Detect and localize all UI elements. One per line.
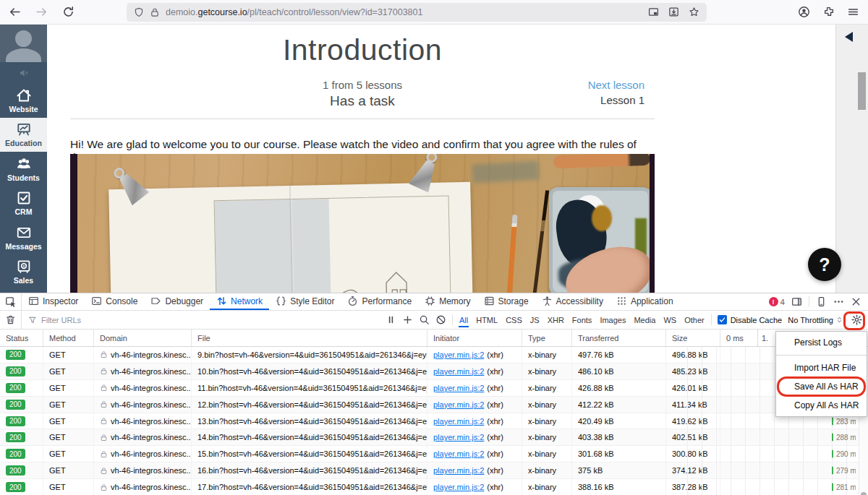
- initiator-link[interactable]: player.min.js:2: [433, 417, 484, 426]
- sidebar-item-label: Students: [7, 173, 40, 182]
- devtools-tab[interactable]: Debugger: [144, 293, 210, 310]
- filter-chip[interactable]: All: [459, 313, 469, 327]
- context-menu-item[interactable]: Save All As HAR: [776, 377, 867, 396]
- network-request-row[interactable]: 200 GET vh-46-integros.kinesc... 11.bin?…: [0, 380, 868, 397]
- network-request-row[interactable]: 200 GET vh-46-integros.kinesc... 16.bin?…: [0, 462, 868, 479]
- filter-chip[interactable]: Images: [599, 313, 626, 327]
- column-header-size[interactable]: Size: [666, 330, 720, 346]
- filter-chip[interactable]: Fonts: [571, 313, 593, 327]
- network-request-row[interactable]: 200 GET vh-46-integros.kinesc... 17.bin?…: [0, 479, 868, 495]
- initiator-link[interactable]: player.min.js:2: [433, 400, 484, 409]
- filter-chip[interactable]: HTML: [475, 313, 498, 327]
- forward-icon[interactable]: [35, 6, 48, 18]
- block-requests-icon[interactable]: [435, 314, 446, 325]
- devtools-tab-icon: [425, 296, 435, 306]
- reload-icon[interactable]: [62, 6, 75, 18]
- column-header-initiator[interactable]: Initiator: [427, 330, 522, 346]
- devtools-tab[interactable]: Console: [85, 293, 144, 310]
- picture-in-picture-icon[interactable]: [648, 7, 659, 17]
- column-header-method[interactable]: Method: [43, 330, 94, 346]
- table-rows: 200 GET vh-46-integros.kinesc... 9.bin?h…: [0, 347, 868, 495]
- sidebar-item[interactable]: CRM: [0, 186, 47, 221]
- devtools-tab[interactable]: Performance: [341, 293, 418, 310]
- network-request-row[interactable]: 200 GET vh-46-integros.kinesc... 12.bin?…: [0, 397, 868, 413]
- network-request-row[interactable]: 200 GET vh-46-integros.kinesc... 13.bin?…: [0, 413, 868, 430]
- context-menu-item[interactable]: Copy All As HAR: [776, 396, 867, 415]
- announcements-item[interactable]: [0, 62, 47, 83]
- back-icon[interactable]: [9, 6, 21, 18]
- dock-side-icon[interactable]: [791, 296, 802, 307]
- column-header-status[interactable]: Status: [0, 330, 43, 346]
- devtools-tab[interactable]: Inspector: [22, 293, 85, 310]
- url-bar[interactable]: demoio.getcourse.io/pl/teach/control/les…: [127, 3, 707, 22]
- next-lesson-link[interactable]: Next lesson: [588, 79, 644, 91]
- sidebar-item[interactable]: Students: [0, 152, 47, 186]
- devtools-tab[interactable]: Network: [210, 293, 269, 310]
- extensions-icon[interactable]: [822, 6, 835, 18]
- pause-icon[interactable]: [386, 314, 396, 325]
- devtools-tab[interactable]: Storage: [477, 293, 535, 310]
- devtools-tab[interactable]: Style Editor: [269, 293, 341, 310]
- throttling-dropdown[interactable]: No Throttling: [788, 316, 843, 324]
- account-icon[interactable]: [798, 6, 810, 18]
- waterfall-timing: 279 ms: [832, 467, 856, 475]
- devtools-tab[interactable]: Memory: [418, 293, 477, 310]
- devtools-tab[interactable]: Accessibility: [535, 293, 610, 310]
- initiator-link[interactable]: player.min.js:2: [433, 449, 484, 458]
- initiator-link[interactable]: player.min.js:2: [433, 384, 484, 392]
- save-page-icon[interactable]: [668, 7, 679, 17]
- column-header-domain[interactable]: Domain: [94, 330, 192, 346]
- lesson-video[interactable]: [70, 154, 655, 293]
- initiator-link[interactable]: player.min.js:2: [433, 433, 484, 442]
- filter-urls-input[interactable]: [41, 316, 258, 324]
- filter-chip[interactable]: XHR: [547, 313, 565, 327]
- initiator-link[interactable]: player.min.js:2: [433, 483, 484, 491]
- page-scrollbar[interactable]: [858, 72, 866, 110]
- tracking-shield-icon[interactable]: [134, 7, 144, 17]
- column-header-transferred[interactable]: Transferred: [572, 330, 666, 346]
- sidebar-item[interactable]: Education: [0, 118, 47, 152]
- checkbox-checked-icon[interactable]: [718, 315, 727, 324]
- network-request-row[interactable]: 200 GET vh-46-integros.kinesc... 10.bin?…: [0, 363, 868, 380]
- initiator-link[interactable]: player.min.js:2: [433, 466, 484, 475]
- search-icon[interactable]: [419, 314, 430, 325]
- filter-chip[interactable]: WS: [663, 313, 677, 327]
- disable-cache-toggle[interactable]: Disable Cache: [718, 315, 783, 324]
- filter-chip[interactable]: Media: [633, 313, 656, 327]
- column-header-file[interactable]: File: [192, 330, 427, 346]
- network-request-row[interactable]: 200 GET vh-46-integros.kinesc... 9.bin?h…: [0, 347, 868, 363]
- status-badge: 200: [6, 449, 25, 459]
- help-button[interactable]: ?: [808, 248, 841, 281]
- responsive-mode-icon[interactable]: [816, 296, 827, 307]
- column-header-timing[interactable]: 0 ms: [720, 330, 758, 346]
- close-devtools-icon[interactable]: [851, 296, 861, 307]
- devtools-tab[interactable]: Application: [610, 293, 680, 310]
- network-settings-button[interactable]: [849, 313, 864, 327]
- filter-chip[interactable]: JS: [529, 313, 540, 327]
- hamburger-menu-icon[interactable]: [847, 6, 859, 18]
- network-request-row[interactable]: 200 GET vh-46-integros.kinesc... 14.bin?…: [0, 429, 868, 446]
- context-menu-item[interactable]: Persist Logs: [776, 333, 867, 352]
- initiator-link[interactable]: player.min.js:2: [433, 367, 484, 376]
- bookmark-star-icon[interactable]: [689, 7, 699, 17]
- filter-chip[interactable]: CSS: [505, 313, 523, 327]
- context-menu-item[interactable]: Import HAR File: [776, 358, 867, 377]
- table-header-row: Status Method Domain File Initiator Type…: [0, 330, 868, 347]
- filter-chip[interactable]: Other: [684, 313, 705, 327]
- https-lock-icon[interactable]: [150, 7, 160, 17]
- sidebar-item[interactable]: Sales: [0, 255, 47, 290]
- initiator-link[interactable]: player.min.js:2: [433, 350, 484, 359]
- column-header-type[interactable]: Type: [522, 330, 572, 346]
- devtools-options-icon[interactable]: [833, 296, 844, 307]
- clear-requests-button[interactable]: [0, 311, 22, 329]
- collapse-panel-arrow[interactable]: [845, 32, 853, 42]
- sidebar-item[interactable]: Website: [0, 83, 47, 118]
- error-badge[interactable]: ! 4: [769, 297, 785, 306]
- pick-element-button[interactable]: [0, 293, 22, 310]
- initiator-cause: (xhr): [487, 350, 503, 359]
- sidebar-item[interactable]: Messages: [0, 220, 47, 255]
- devtools-scrollbar-thumb[interactable]: [861, 492, 867, 495]
- avatar[interactable]: [0, 25, 47, 62]
- network-request-row[interactable]: 200 GET vh-46-integros.kinesc... 15.bin?…: [0, 446, 868, 462]
- new-request-icon[interactable]: [402, 314, 413, 325]
